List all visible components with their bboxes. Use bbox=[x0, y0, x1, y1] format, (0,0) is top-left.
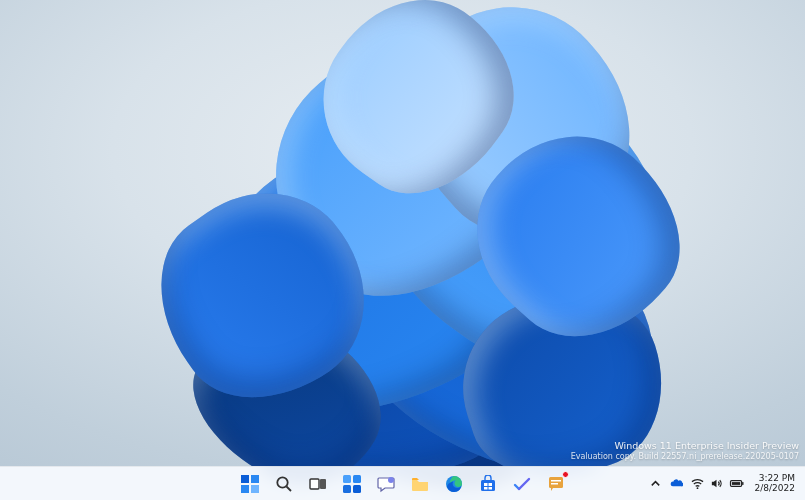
svg-point-4 bbox=[277, 477, 287, 487]
store-button[interactable] bbox=[472, 468, 504, 500]
task-view-button[interactable] bbox=[302, 468, 334, 500]
build-watermark: Windows 11 Enterprise Insider Preview Ev… bbox=[571, 440, 799, 462]
svg-rect-7 bbox=[320, 479, 326, 489]
svg-point-12 bbox=[388, 477, 394, 483]
svg-rect-1 bbox=[251, 475, 259, 483]
chevron-up-icon bbox=[649, 477, 662, 490]
notification-badge-icon bbox=[562, 471, 569, 478]
watermark-line1: Windows 11 Enterprise Insider Preview bbox=[571, 440, 799, 452]
check-icon bbox=[513, 475, 531, 493]
wallpaper-bloom bbox=[123, 16, 683, 486]
svg-rect-14 bbox=[481, 480, 495, 491]
network-volume-battery-button[interactable] bbox=[687, 470, 749, 498]
svg-rect-0 bbox=[241, 475, 249, 483]
store-icon bbox=[479, 475, 497, 493]
widgets-icon bbox=[343, 475, 361, 493]
start-button[interactable] bbox=[234, 468, 266, 500]
svg-rect-25 bbox=[731, 482, 739, 485]
svg-rect-20 bbox=[551, 480, 561, 482]
svg-line-5 bbox=[286, 486, 291, 491]
svg-rect-10 bbox=[343, 485, 351, 493]
battery-icon bbox=[729, 477, 745, 490]
edge-button[interactable] bbox=[438, 468, 470, 500]
chat-button[interactable] bbox=[370, 468, 402, 500]
taskbar-center-group bbox=[234, 467, 572, 500]
onedrive-icon bbox=[670, 477, 683, 490]
edge-icon bbox=[445, 475, 463, 493]
watermark-line2: Evaluation copy. Build 22557.ni_prerelea… bbox=[571, 452, 799, 462]
svg-rect-9 bbox=[353, 475, 361, 483]
svg-rect-3 bbox=[251, 485, 259, 493]
search-icon bbox=[275, 475, 293, 493]
onedrive-tray-button[interactable] bbox=[666, 470, 687, 498]
svg-rect-18 bbox=[488, 487, 492, 490]
folder-icon bbox=[411, 475, 429, 493]
todo-button[interactable] bbox=[506, 468, 538, 500]
file-explorer-button[interactable] bbox=[404, 468, 436, 500]
search-button[interactable] bbox=[268, 468, 300, 500]
system-tray: 3:22 PM 2/8/2022 bbox=[645, 467, 801, 500]
tray-overflow-button[interactable] bbox=[645, 470, 666, 498]
taskview-icon bbox=[309, 475, 327, 493]
svg-rect-15 bbox=[484, 483, 488, 486]
svg-rect-6 bbox=[310, 479, 319, 489]
svg-rect-19 bbox=[549, 477, 563, 488]
svg-point-22 bbox=[696, 487, 698, 489]
wifi-icon bbox=[691, 477, 704, 490]
svg-rect-16 bbox=[488, 483, 492, 486]
taskbar: 3:22 PM 2/8/2022 bbox=[0, 466, 805, 500]
svg-rect-2 bbox=[241, 485, 249, 493]
svg-rect-8 bbox=[343, 475, 351, 483]
widgets-button[interactable] bbox=[336, 468, 368, 500]
svg-rect-17 bbox=[484, 487, 488, 490]
clock-date: 2/8/2022 bbox=[755, 484, 795, 494]
svg-rect-11 bbox=[353, 485, 361, 493]
volume-icon bbox=[710, 477, 723, 490]
desktop[interactable]: Windows 11 Enterprise Insider Preview Ev… bbox=[0, 0, 805, 500]
windows-icon bbox=[241, 475, 259, 493]
clock-button[interactable]: 3:22 PM 2/8/2022 bbox=[749, 470, 801, 498]
feedback-hub-button[interactable] bbox=[540, 468, 572, 500]
svg-rect-24 bbox=[742, 482, 743, 485]
chat-icon bbox=[377, 475, 395, 493]
svg-rect-21 bbox=[551, 483, 558, 485]
